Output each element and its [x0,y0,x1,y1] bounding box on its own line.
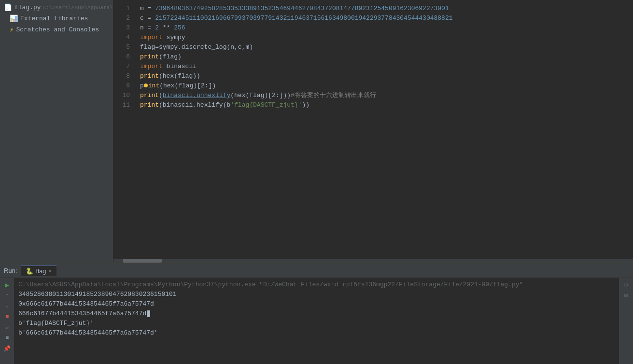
console-line-3: 666c61677b4441534354465f7a6a75747d [18,309,615,319]
scratches-icon: ⚡ [10,26,14,34]
run-up-button[interactable]: ↑ [2,291,12,300]
sidebar-file-label: flag.py [14,4,41,11]
run-stop-button[interactable]: ■ [2,312,12,322]
code-line-8: print(hex(flag)) [140,71,633,81]
ln-6: 6 [113,52,135,62]
side-icons: ⚙ ⊞ [619,278,633,364]
code-line-7: import binascii [140,62,633,71]
run-tab-label: flag [36,267,46,275]
code-line-2: c = 215722445111002169667993703977914321… [140,14,633,23]
sidebar-item-flagpy[interactable]: 📄 flag.py C:\Users\ASUS\AppData\Local\Te… [0,2,113,13]
run-tab-bar: Run: 🐍 flag × [0,264,633,278]
code-line-5: flag=sympy.discrete_log(n,c,m) [140,42,633,52]
console-line-4: b'flag{DASCTF_zjut}' [18,319,615,328]
sidebar-scratches-label: Scratches and Consoles [16,26,99,33]
ln-11: 11 [113,100,135,110]
editor-scrollbar-h[interactable] [113,259,633,263]
ln-1: 1 [113,4,135,14]
console-line-2: 0x666c61677b4441534354465f7a6a75747d [18,299,615,309]
tab-python-icon: 🐍 [26,267,33,275]
code-line-4: import sympy [140,33,633,42]
sidebar: 📄 flag.py C:\Users\ASUS\AppData\Local\Te… [0,0,113,263]
code-line-1: m = 739648036374925828533533389135235469… [140,4,633,14]
side-icon-2[interactable]: ⊞ [621,291,631,300]
console-line-cmd: C:\Users\ASUS\AppData\Local\Programs\Pyt… [18,280,615,290]
code-line-3: n = 2 ** 256 [140,23,633,33]
side-icon-1[interactable]: ⚙ [621,280,631,290]
code-line-6: print(flag) [140,52,633,62]
scrollbar-thumb [123,259,162,263]
breakpoint-dot [144,84,148,87]
sidebar-external-label: External Libraries [20,15,88,22]
code-line-9: pint(hex(flag)[2:]) [140,81,633,91]
code-line-11: print(binascii.hexlify(b'flag{DASCTF_zju… [140,100,633,110]
library-icon: 📊 [10,14,18,23]
bottom-panel: Run: 🐍 flag × ▶ ↑ ↓ ■ ⇌ ≡ 📌 C:\Users\ASU… [0,263,633,364]
text-cursor [147,310,150,317]
ln-3: 3 [113,23,135,33]
editor-area: 1 2 3 4 5 6 7 8 9 10 11 m = 739648036374… [113,0,633,263]
run-wrap-button[interactable]: ⇌ [2,322,12,332]
ln-4: 4 [113,33,135,42]
run-tab-close[interactable]: × [48,268,51,274]
file-icon: 📄 [4,3,12,12]
ln-9: 9 [113,81,135,91]
run-pin-button[interactable]: 📌 [2,344,12,353]
console-text: C:\Users\ASUS\AppData\Local\Programs\Pyt… [14,278,619,364]
ln-2: 2 [113,14,135,23]
sidebar-item-scratches[interactable]: ⚡ Scratches and Consoles [0,24,113,35]
sidebar-item-external-libraries[interactable]: 📊 External Libraries [0,13,113,24]
code-line-10: print(binascii.unhexlify(hex(flag)[2:]))… [140,91,633,100]
code-editor[interactable]: m = 739648036374925828533533389135235469… [135,0,633,259]
ln-7: 7 [113,62,135,71]
run-down-button[interactable]: ↓ [2,301,12,311]
console-line-1: 3485286380113014918523890476208302361501… [18,290,615,299]
run-controls: ▶ ↑ ↓ ■ ⇌ ≡ 📌 [0,278,14,364]
run-tab-flag[interactable]: 🐍 flag × [21,266,56,276]
run-label: Run: [4,267,17,274]
line-numbers: 1 2 3 4 5 6 7 8 9 10 11 [113,0,135,259]
run-indent-button[interactable]: ≡ [2,333,12,343]
ln-10: 10 [113,91,135,100]
ln-5: 5 [113,42,135,52]
run-play-button[interactable]: ▶ [2,280,12,290]
console-line-5: b'666c61677b4441534354465f7a6a75747d' [18,328,615,338]
console-output-area: ▶ ↑ ↓ ■ ⇌ ≡ 📌 C:\Users\ASUS\AppData\Loca… [0,278,633,364]
ln-8: 8 [113,71,135,81]
